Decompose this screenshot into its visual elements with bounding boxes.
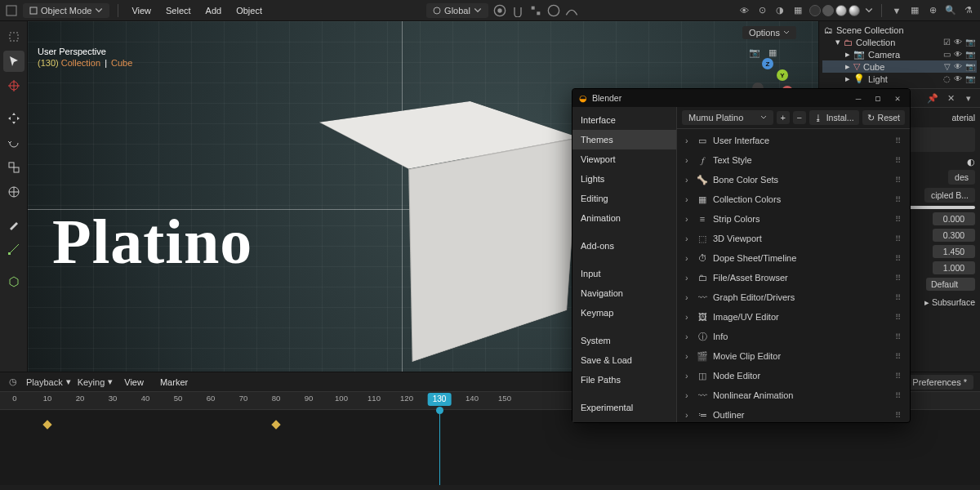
subsurface-label[interactable]: Subsurface [932,297,975,307]
3d-cursor-tool[interactable] [3,75,24,96]
prefs-nav-experimental[interactable]: Experimental [572,398,676,417]
prefs-nav-add-ons[interactable]: Add-ons [572,236,676,256]
prefs-nav-animation[interactable]: Animation [572,208,676,228]
orientation-dropdown[interactable]: Global [426,3,488,18]
prefs-nav-lights[interactable]: Lights [572,169,676,189]
install-button[interactable]: ⭳Instal... [809,110,859,125]
timeline-marker-menu[interactable]: Marker [155,376,193,389]
drag-handle-icon[interactable]: ⠿ [895,136,902,145]
move-tool[interactable] [3,108,24,129]
prefs-nav-interface[interactable]: Interface [572,110,676,130]
eye-icon[interactable]: 👁 [954,74,962,83]
render-icon[interactable]: 📷 [965,50,975,59]
render-icon[interactable]: 📷 [965,74,975,83]
menu-add[interactable]: Add [201,4,227,17]
checkbox-icon[interactable]: ☑ [943,38,951,47]
keying-menu[interactable]: Keying ▾ [78,376,114,387]
snap-toggle-icon[interactable] [511,4,524,17]
drag-handle-icon[interactable]: ⠿ [895,332,902,341]
mode-dropdown[interactable]: Object Mode [23,3,109,18]
xray-toggle-icon[interactable]: ▦ [791,4,804,17]
playback-menu[interactable]: Playback ▾ [26,376,71,387]
theme-section-dope-sheet-timeline[interactable]: ›⏱Dope Sheet/Timeline⠿ [679,248,908,268]
close-icon[interactable]: ✕ [892,92,903,104]
eye-icon[interactable]: 👁 [954,38,962,47]
theme-section-image-uv-editor[interactable]: ›🖼Image/UV Editor⠿ [679,307,908,327]
drag-handle-icon[interactable]: ⠿ [895,372,902,381]
drag-handle-icon[interactable]: ⠿ [895,234,902,243]
outliner-editor-icon[interactable]: ▦ [908,4,921,17]
close-icon[interactable]: ✕ [944,91,957,105]
render-icon[interactable]: 📷 [965,62,975,71]
normal-field[interactable]: Default [926,278,975,291]
timeline-view-menu[interactable]: View [119,376,149,389]
annotate-tool[interactable] [3,214,24,235]
pin-icon[interactable]: 📌 [926,91,939,105]
drag-handle-icon[interactable]: ⠿ [895,352,902,361]
theme-section-list[interactable]: ›▭User Interface⠿›𝑓Text Style⠿›🦴Bone Col… [677,129,910,422]
outliner-item-cube[interactable]: ▸ ▽ Cube ▽👁📷 [822,60,977,73]
gizmo-z-icon[interactable]: Z [762,58,773,69]
outliner-item-light[interactable]: ▸ 💡 Light ◌👁📷 [822,73,977,85]
playhead[interactable] [439,410,440,485]
render-icon[interactable]: 📷 [965,38,975,47]
drag-handle-icon[interactable]: ⠿ [895,176,902,185]
search-icon[interactable]: 🔍 [944,4,957,17]
prefs-nav-input[interactable]: Input [572,264,676,283]
drag-handle-icon[interactable]: ⠿ [895,156,902,165]
theme-section-movie-clip-editor[interactable]: ›🎬Movie Clip Editor⠿ [679,346,908,366]
ior-field[interactable]: 1.450 [933,245,975,258]
alpha-field[interactable]: 1.000 [933,261,975,274]
keyframe-icon[interactable] [271,420,280,429]
prefs-nav-system[interactable]: System [572,331,676,350]
cursor-tool[interactable] [3,51,24,72]
value-field-2[interactable]: 0.300 [933,229,975,242]
drag-handle-icon[interactable]: ⠿ [895,195,902,204]
drag-handle-icon[interactable]: ⠿ [895,293,902,302]
data-icon[interactable]: ▽ [944,62,951,71]
drag-handle-icon[interactable]: ⠿ [895,274,902,283]
drag-handle-icon[interactable]: ⠿ [895,254,902,263]
theme-section-outliner[interactable]: ›≔Outliner⠿ [679,405,908,422]
reset-button[interactable]: ↻Reset [862,110,905,125]
theme-section-file-asset-browser[interactable]: ›🗀File/Asset Browser⠿ [679,268,908,287]
rotate-tool[interactable] [3,132,24,154]
editor-type-icon[interactable] [5,4,18,17]
overlay-toggle-icon[interactable]: ◑ [773,4,786,17]
add-cube-tool[interactable] [3,271,24,292]
theme-section-user-interface[interactable]: ›▭User Interface⠿ [679,131,908,150]
keyframe-icon[interactable] [42,420,51,429]
shading-rendered-icon[interactable] [849,5,860,16]
add-collection-icon[interactable]: ⊕ [926,4,939,17]
prefs-nav-viewport[interactable]: Viewport [572,149,676,169]
preferences-titlebar[interactable]: ◒ Blender — ◻ ✕ [572,89,910,107]
scale-tool[interactable] [3,157,24,178]
remove-preset-button[interactable]: − [793,111,806,124]
drag-handle-icon[interactable]: ⠿ [895,411,902,420]
proportional-icon[interactable] [547,4,560,17]
shading-material-icon[interactable] [835,5,847,16]
outliner-item-camera[interactable]: ▸ 📷 Camera ▭👁📷 [822,48,977,60]
prefs-nav-navigation[interactable]: Navigation [572,283,676,303]
material-preview-icon[interactable]: ◐ [967,157,975,167]
theme-section--d-viewport[interactable]: ›⬚3D Viewport⠿ [679,229,908,248]
drag-handle-icon[interactable]: ⠿ [895,391,902,400]
prefs-nav-save-load[interactable]: Save & Load [572,350,676,370]
shading-solid-icon[interactable] [822,5,834,16]
measure-tool[interactable] [3,238,24,260]
options-dropdown[interactable]: Options [742,26,796,39]
drag-handle-icon[interactable]: ⠿ [895,215,902,224]
outliner-collection[interactable]: ▾ 🗀 Collection ☑👁📷 [822,36,977,48]
data-icon[interactable]: ◌ [943,74,951,83]
snap-type-icon[interactable] [529,4,542,17]
prefs-nav-editing[interactable]: Editing [572,189,676,208]
drag-handle-icon[interactable]: ⠿ [895,313,902,322]
data-icon[interactable]: ▭ [943,50,951,59]
menu-select[interactable]: Select [161,4,196,17]
menu-object[interactable]: Object [231,4,267,17]
eye-icon[interactable]: 👁 [954,50,962,59]
theme-section-node-editor[interactable]: ›◫Node Editor⠿ [679,366,908,385]
outliner-scene[interactable]: 🗂 Scene Collection [822,24,977,36]
theme-section-nonlinear-animation[interactable]: ›〰Nonlinear Animation⠿ [679,385,908,405]
camera-view-icon[interactable]: 📷 [748,46,761,59]
